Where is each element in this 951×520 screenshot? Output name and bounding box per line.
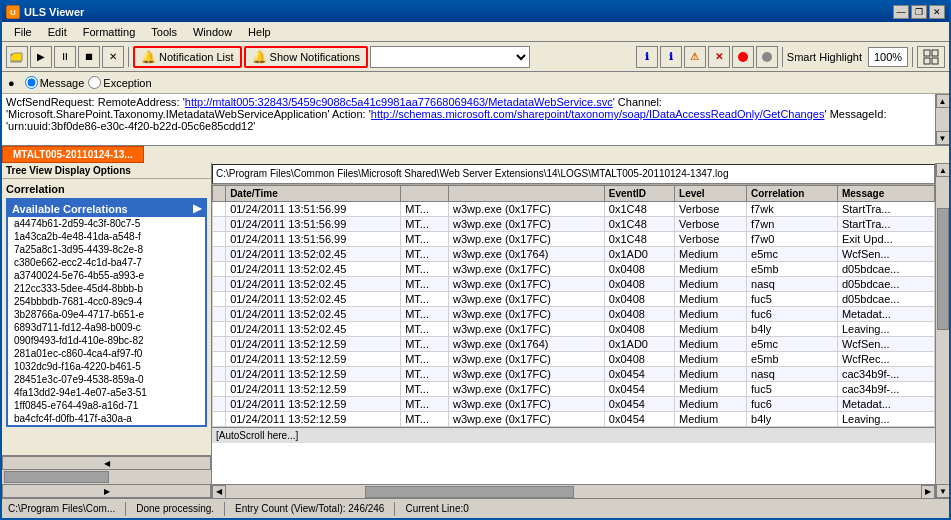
menu-window[interactable]: Window [185,24,240,40]
minimize-button[interactable]: — [893,5,909,19]
log-scroll-down[interactable]: ▼ [936,131,950,145]
warn-icon-btn[interactable]: ⚠ [684,46,706,68]
zoom-input[interactable] [868,47,908,67]
col-indicator[interactable] [213,186,226,202]
open-button[interactable] [6,46,28,68]
left-scroll-left[interactable]: ◀ [2,456,211,470]
cell-level: Medium [675,322,747,337]
error-icon-btn[interactable]: ✕ [708,46,730,68]
message-radio-label[interactable]: Message [25,76,85,89]
col-datetime[interactable]: Date/Time [226,186,401,202]
pause-button[interactable]: ⏸ [54,46,76,68]
correlation-item[interactable]: 090f9493-fd1d-410e-89bc-82 [8,334,205,347]
menu-file[interactable]: File [6,24,40,40]
table-row[interactable]: 01/24/2011 13:51:56.99 MT... w3wp.exe (0… [213,232,935,247]
v-scroll-up[interactable]: ▲ [936,163,949,177]
red-dot-btn[interactable] [732,46,754,68]
cell-exe: w3wp.exe (0x17FC) [449,202,605,217]
table-row[interactable]: 01/24/2011 13:52:02.45 MT... w3wp.exe (0… [213,262,935,277]
restore-button[interactable]: ❐ [911,5,927,19]
show-notifications-button[interactable]: 🔔 Show Notifications [244,46,369,68]
col-level[interactable]: Level [675,186,747,202]
message-radio[interactable] [25,76,38,89]
h-scroll-track[interactable] [226,485,921,499]
table-row[interactable]: 01/24/2011 13:52:02.45 MT... w3wp.exe (0… [213,277,935,292]
table-row[interactable]: 01/24/2011 13:52:12.59 MT... w3wp.exe (0… [213,352,935,367]
correlation-item[interactable]: 7a25a8c1-3d95-4439-8c2e-8 [8,243,205,256]
correlation-list[interactable]: a4474b61-2d59-4c3f-80c7-5 1a43ca2b-4e48-… [8,217,205,425]
v-scroll-down[interactable]: ▼ [936,484,949,498]
correlation-item[interactable]: 212cc333-5dee-45d4-8bbb-b [8,282,205,295]
correlation-item[interactable]: 3b28766a-09e4-4717-b651-e [8,308,205,321]
correlation-item[interactable]: 1032dc9d-f16a-4220-b461-5 [8,360,205,373]
red-dot-icon [738,52,748,62]
table-row[interactable]: 01/24/2011 13:52:12.59 MT... w3wp.exe (0… [213,382,935,397]
status-entry-count: Entry Count (View/Total): 246/246 [235,503,384,514]
h-scroll-right[interactable]: ▶ [921,485,935,499]
notification-list-button[interactable]: 🔔 Notification List [133,46,242,68]
main-tab[interactable]: MTALT005-20110124-13... [2,146,144,163]
table-row[interactable]: 01/24/2011 13:52:02.45 MT... w3wp.exe (0… [213,322,935,337]
h-scroll-left[interactable]: ◀ [212,485,226,499]
correlation-item[interactable]: 281a01ec-c860-4ca4-af97-f0 [8,347,205,360]
cell-correlation: fuc5 [747,382,838,397]
status-div-2 [224,502,225,516]
col-exe[interactable] [449,186,605,202]
log-link-2[interactable]: http://schemas.microsoft.com/sharepoint/… [371,108,825,120]
correlation-item[interactable]: ba4cfc4f-d0fb-417f-a30a-a [8,412,205,425]
close-file-button[interactable]: ✕ [102,46,124,68]
status-path: C:\Program Files\Com... [8,503,115,514]
cell-correlation: b4ly [747,322,838,337]
cell-eid: 0x0454 [604,367,674,382]
play-button[interactable]: ▶ [30,46,52,68]
col-correlation[interactable]: Correlation [747,186,838,202]
table-row[interactable]: 01/24/2011 13:52:12.59 MT... w3wp.exe (0… [213,397,935,412]
correlation-item[interactable]: a4474b61-2d59-4c3f-80c7-5 [8,217,205,230]
correlation-item[interactable]: c380e662-ecc2-4c1d-ba47-7 [8,256,205,269]
correlation-item[interactable]: 1a43ca2b-4e48-41da-a548-f [8,230,205,243]
left-scroll-right[interactable]: ▶ [2,484,211,498]
col-proc[interactable] [401,186,449,202]
close-button[interactable]: ✕ [929,5,945,19]
table-row[interactable]: 01/24/2011 13:51:56.99 MT... w3wp.exe (0… [213,217,935,232]
menu-help[interactable]: Help [240,24,279,40]
table-row[interactable]: 01/24/2011 13:51:56.99 MT... w3wp.exe (0… [213,202,935,217]
table-row[interactable]: 01/24/2011 13:52:12.59 MT... w3wp.exe (0… [213,412,935,427]
exception-radio-label[interactable]: Exception [88,76,151,89]
col-eventid[interactable]: EventID [604,186,674,202]
menu-edit[interactable]: Edit [40,24,75,40]
correlation-item[interactable]: 1ff0845-e764-49a8-a16d-71 [8,399,205,412]
table-row[interactable]: 01/24/2011 13:52:12.59 MT... w3wp.exe (0… [213,337,935,352]
gray-dot-btn[interactable] [756,46,778,68]
cell-datetime: 01/24/2011 13:52:02.45 [226,247,401,262]
menu-bar: File Edit Formatting Tools Window Help [2,22,949,42]
info-icon-btn[interactable]: ℹ [636,46,658,68]
table-row[interactable]: 01/24/2011 13:52:12.59 MT... w3wp.exe (0… [213,367,935,382]
grid-view-button[interactable] [917,46,945,68]
autoscroll-row[interactable]: [AutoScroll here...] [212,427,935,443]
table-row[interactable]: 01/24/2011 13:52:02.45 MT... w3wp.exe (0… [213,247,935,262]
stop-button[interactable]: ⏹ [78,46,100,68]
correlation-item[interactable]: 28451e3c-07e9-4538-859a-0 [8,373,205,386]
info2-icon-btn[interactable]: ℹ [660,46,682,68]
v-scroll-track[interactable] [936,177,949,484]
menu-tools[interactable]: Tools [143,24,185,40]
col-message[interactable]: Message [837,186,934,202]
cell-exe: w3wp.exe (0x17FC) [449,412,605,427]
correlation-item[interactable]: 254bbbdb-7681-4cc0-89c9-4 [8,295,205,308]
notifications-dropdown[interactable] [370,46,530,68]
table-row[interactable]: 01/24/2011 13:52:02.45 MT... w3wp.exe (0… [213,292,935,307]
exception-radio[interactable] [88,76,101,89]
path-input[interactable] [212,164,935,184]
cell-level: Medium [675,367,747,382]
bell-icon: 🔔 [141,50,156,64]
correlation-item[interactable]: 6893d711-fd12-4a98-b009-c [8,321,205,334]
table-container[interactable]: Date/Time EventID Level Correlation Mess… [212,185,935,484]
correlation-item[interactable]: a3740024-5e76-4b55-a993-e [8,269,205,282]
log-scroll-up[interactable]: ▲ [936,94,950,108]
cell-eid: 0x1AD0 [604,337,674,352]
menu-formatting[interactable]: Formatting [75,24,144,40]
correlation-item[interactable]: 4fa13dd2-94e1-4e07-a5e3-51 [8,386,205,399]
table-row[interactable]: 01/24/2011 13:52:02.45 MT... w3wp.exe (0… [213,307,935,322]
log-link-1[interactable]: http://mtalt005:32843/5459c9088c5a41c998… [185,96,613,108]
